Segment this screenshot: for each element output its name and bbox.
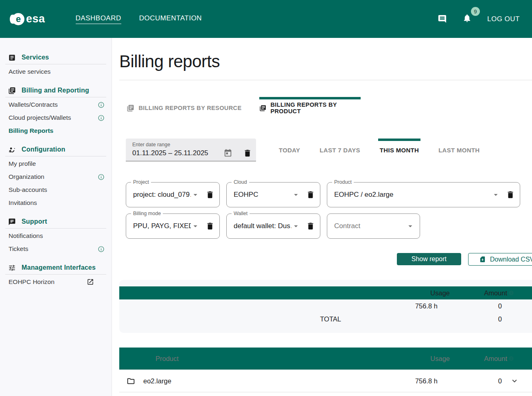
- top-bar: e esa DASHBOARD DOCUMENTATION 9 LOG OUT: [0, 0, 532, 38]
- chevron-down-icon[interactable]: [491, 190, 500, 199]
- range-tab-last-month[interactable]: LAST MONTH: [429, 139, 489, 161]
- contract-select[interactable]: Contract: [327, 213, 420, 239]
- date-range-value[interactable]: 01.11.2025 – 25.11.2025: [132, 149, 223, 157]
- sidebar-item-organization[interactable]: Organization: [5, 170, 106, 183]
- clear-date-icon[interactable]: [243, 149, 252, 158]
- clear-project-icon[interactable]: [206, 190, 215, 199]
- info-icon[interactable]: [98, 101, 105, 108]
- article-icon: [8, 54, 16, 62]
- chat-icon: [8, 218, 16, 226]
- row-expand-button[interactable]: [502, 376, 527, 385]
- clear-billing-mode-icon[interactable]: [206, 222, 215, 231]
- nav-documentation[interactable]: DOCUMENTATION: [139, 14, 202, 24]
- tab-label: BILLING REPORTS BY PRODUCT: [270, 101, 361, 114]
- sidebar-heading-billing: Billing and Reporting: [5, 85, 106, 96]
- nav-dashboard[interactable]: DASHBOARD: [76, 14, 121, 24]
- library-books-icon: [8, 87, 16, 95]
- esa-logo[interactable]: e esa: [12, 13, 45, 25]
- sidebar-section-billing: Billing and Reporting Wallets/Contracts …: [5, 85, 106, 137]
- info-icon[interactable]: [98, 174, 105, 180]
- esa-logo-mark: e: [12, 13, 24, 25]
- file-download-icon: [479, 256, 486, 263]
- info-icon[interactable]: [98, 114, 105, 121]
- filters: Project project: cloud_079… Cloud EOHPC …: [126, 182, 532, 239]
- report-tabs: BILLING REPORTS BY RESOURCE BILLING REPO…: [126, 97, 532, 119]
- col-amount-header: Amount: [450, 355, 514, 363]
- sidebar-item-active-services[interactable]: Active services: [5, 65, 106, 78]
- summary-values-row: 756.8 h 0: [119, 299, 532, 312]
- esa-logo-e: e: [16, 15, 21, 24]
- product-select-value[interactable]: EOHPC / eo2.large: [334, 191, 491, 199]
- range-tab-last-7-days[interactable]: LAST 7 DAYS: [310, 139, 370, 161]
- sidebar-item-billing-reports[interactable]: Billing Reports: [5, 124, 106, 137]
- divider: [119, 392, 532, 392]
- sidebar-heading-configuration: Configuration: [5, 144, 106, 155]
- date-range-field[interactable]: Enter date range 01.11.2025 – 25.11.2025: [126, 139, 256, 161]
- top-nav: DASHBOARD DOCUMENTATION: [76, 14, 202, 24]
- row-usage-value: 756.8 h: [341, 377, 438, 385]
- sidebar-section-configuration: Configuration My profile Organization Su…: [5, 144, 106, 209]
- wallet-select[interactable]: Wallet default wallet: Dus…: [226, 213, 320, 239]
- project-select[interactable]: Project project: cloud_079…: [126, 182, 220, 207]
- calendar-icon[interactable]: [223, 149, 232, 158]
- chevron-down-icon[interactable]: [191, 222, 200, 231]
- billing-mode-select-value[interactable]: PPU, PAYG, FIXED-…: [133, 222, 191, 230]
- sidebar: Services Active services Billing and Rep…: [0, 38, 112, 396]
- main-content: Billing reports BILLING REPORTS BY RESOU…: [112, 38, 532, 396]
- sidebar-item-tickets[interactable]: Tickets: [5, 242, 106, 255]
- contract-select-placeholder[interactable]: Contract: [334, 222, 406, 230]
- table-row: eo2.large 756.8 h 0: [119, 370, 532, 392]
- tab-billing-reports-by-product[interactable]: BILLING REPORTS BY PRODUCT: [259, 97, 361, 119]
- notifications-bell[interactable]: 9: [462, 13, 472, 24]
- chevron-down-icon[interactable]: [406, 222, 415, 231]
- sidebar-item-notifications[interactable]: Notifications: [5, 229, 106, 242]
- date-range-label: Enter date range: [132, 142, 252, 147]
- chevron-down-icon[interactable]: [291, 222, 300, 231]
- products-table: Product Usage Amount eo2.large 756.8 h 0: [119, 348, 532, 392]
- clear-cloud-icon[interactable]: [306, 190, 315, 199]
- summary-amount-header: Amount: [450, 289, 532, 297]
- divider: [5, 228, 106, 229]
- sidebar-item-eohpc-horizon[interactable]: EOHPC Horizon: [5, 275, 106, 288]
- summary-usage-value: 756.8 h: [341, 302, 438, 310]
- cloud-select[interactable]: Cloud EOHPC: [226, 182, 320, 207]
- manage-account-icon: [8, 146, 16, 154]
- billing-mode-select[interactable]: Billing mode PPU, PAYG, FIXED-…: [126, 213, 220, 239]
- sidebar-item-my-profile[interactable]: My profile: [5, 157, 106, 170]
- tab-billing-reports-by-resource[interactable]: BILLING REPORTS BY RESOURCE: [126, 97, 242, 119]
- sidebar-section-management: Management Interfaces EOHPC Horizon: [5, 262, 106, 288]
- logout-button[interactable]: LOG OUT: [487, 15, 520, 23]
- range-tab-this-month[interactable]: THIS MONTH: [370, 139, 429, 161]
- info-icon[interactable]: [508, 356, 514, 361]
- summary-amount-value: 0: [438, 302, 527, 310]
- clear-wallet-icon[interactable]: [306, 222, 315, 231]
- wallet-select-value[interactable]: default wallet: Dus…: [234, 222, 291, 230]
- row-product-name: eo2.large: [143, 377, 341, 385]
- sidebar-section-services: Services Active services: [5, 52, 106, 78]
- info-icon[interactable]: [98, 246, 105, 253]
- row-amount-value: 0: [438, 377, 502, 385]
- sidebar-item-wallets-contracts[interactable]: Wallets/Contracts: [5, 98, 106, 111]
- chevron-down-icon[interactable]: [191, 190, 200, 199]
- sidebar-item-cloud-projects-wallets[interactable]: Cloud projects/Wallets: [5, 111, 106, 124]
- clear-product-icon[interactable]: [506, 190, 515, 199]
- chevron-down-icon[interactable]: [291, 190, 300, 199]
- sidebar-item-sub-accounts[interactable]: Sub-accounts: [5, 183, 106, 196]
- show-report-button[interactable]: Show report: [397, 253, 461, 265]
- download-csv-button[interactable]: Download CSV: [468, 253, 532, 266]
- range-tab-today[interactable]: TODAY: [269, 139, 310, 161]
- sidebar-item-invitations[interactable]: Invitations: [5, 196, 106, 209]
- products-table-header: Product Usage Amount: [119, 348, 532, 370]
- product-select[interactable]: Product EOHPC / eo2.large: [327, 182, 520, 207]
- sidebar-section-support: Support Notifications Tickets: [5, 216, 106, 255]
- project-select-value[interactable]: project: cloud_079…: [133, 191, 191, 199]
- cloud-select-value[interactable]: EOHPC: [234, 191, 291, 199]
- sidebar-heading-management: Management Interfaces: [5, 262, 106, 273]
- open-in-new-icon[interactable]: [87, 278, 94, 286]
- divider: [5, 64, 106, 64]
- info-icon[interactable]: [508, 290, 514, 296]
- divider: [119, 80, 532, 80]
- comment-icon[interactable]: [438, 14, 447, 24]
- sidebar-heading-services: Services: [5, 52, 106, 63]
- tune-icon: [8, 264, 16, 272]
